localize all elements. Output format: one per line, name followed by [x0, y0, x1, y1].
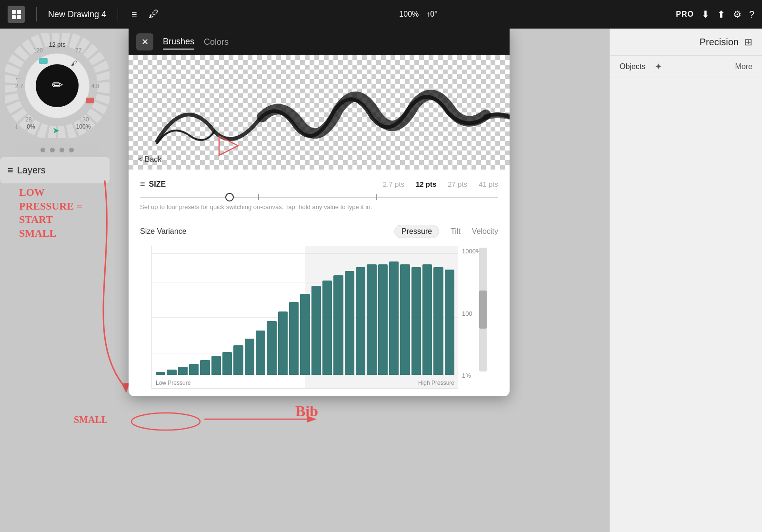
- divider2: [118, 7, 118, 21]
- right-panel-header: Precision ⊞: [610, 29, 762, 56]
- chart-bar-10: [267, 321, 276, 375]
- chart-bar-21: [389, 261, 399, 375]
- brush-panel: ✕ Brushes Colors < Back ≡ SIZE: [129, 29, 510, 396]
- chart-bar-12: [289, 302, 299, 375]
- svg-text:4.8: 4.8: [91, 83, 100, 90]
- layers-header: ≡ Layers: [6, 161, 104, 180]
- top-bar-left: New Drawing 4 ≡ 🖊: [8, 6, 161, 23]
- chart-bar-1: [167, 370, 176, 375]
- right-panel-tabs: Objects ✦ More: [610, 56, 762, 78]
- chart-bar-20: [378, 264, 388, 375]
- size-preset-1[interactable]: 2.7 pts: [383, 180, 404, 188]
- chart-container: Low Pressure High Pressure 1000% 100 1%: [151, 246, 487, 389]
- size-hint: Set up to four presets for quick switchi…: [140, 203, 498, 211]
- chart-bar-24: [422, 264, 432, 375]
- top-bar-center: 100% ↑0°: [161, 10, 676, 19]
- brush-icon[interactable]: 🖊: [147, 6, 161, 22]
- chart-area: Low Pressure High Pressure: [151, 246, 458, 389]
- x-label-high: High Pressure: [418, 380, 454, 386]
- variance-tabs: Pressure Tilt Velocity: [394, 225, 498, 238]
- svg-text:30: 30: [82, 116, 89, 123]
- chart-bar-18: [356, 267, 365, 375]
- chart-bar-8: [245, 339, 254, 375]
- objects-tab[interactable]: Objects: [620, 62, 645, 71]
- settings-icon[interactable]: ⚙: [733, 9, 742, 20]
- chart-right-axis: 1000% 100 1%: [458, 246, 487, 389]
- tilt-tab[interactable]: Tilt: [451, 227, 461, 236]
- svg-text:🖌: 🖌: [70, 60, 77, 67]
- divider: [36, 7, 37, 21]
- chart-bar-16: [333, 275, 343, 375]
- brushes-tab[interactable]: Brushes: [163, 35, 194, 50]
- colors-tab[interactable]: Colors: [204, 37, 229, 47]
- svg-text:120: 120: [33, 47, 43, 54]
- chart-bar-6: [222, 352, 232, 375]
- chart-bar-9: [256, 331, 265, 375]
- svg-text:2.7: 2.7: [15, 83, 23, 90]
- size-preset-2[interactable]: 12 pts: [416, 180, 436, 188]
- pro-badge: PRO: [676, 10, 694, 19]
- zoom-level[interactable]: 100%: [399, 10, 419, 19]
- velocity-tab[interactable]: Velocity: [472, 227, 498, 236]
- help-icon[interactable]: ?: [749, 9, 754, 20]
- x-label-low: Low Pressure: [156, 380, 190, 386]
- download-icon[interactable]: ⬇: [702, 9, 710, 20]
- svg-text:↓: ↓: [14, 122, 18, 130]
- more-button[interactable]: More: [735, 62, 752, 71]
- size-preset-4[interactable]: 41 pts: [479, 180, 498, 188]
- pressure-tab[interactable]: Pressure: [394, 225, 439, 238]
- size-preset-3[interactable]: 27 pts: [448, 180, 467, 188]
- size-slider-thumb[interactable]: [225, 193, 234, 201]
- chart-x-labels: Low Pressure High Pressure: [156, 380, 454, 386]
- svg-text:0%: 0%: [27, 123, 35, 130]
- small-annotation: SMALL: [74, 414, 108, 425]
- svg-text:72: 72: [75, 47, 82, 54]
- svg-text:➤: ➤: [52, 126, 60, 135]
- top-bar-right: PRO ⬇ ⬆ ⚙ ?: [676, 9, 754, 20]
- upload-icon[interactable]: ⬆: [717, 9, 725, 20]
- brush-panel-header: ✕ Brushes Colors: [129, 29, 510, 55]
- size-slider-track: [140, 197, 498, 198]
- variance-header: Size Variance Pressure Tilt Velocity: [140, 225, 498, 238]
- brush-stroke: [129, 55, 510, 170]
- low-pressure-circle: [128, 407, 204, 431]
- size-slider[interactable]: [140, 197, 498, 198]
- svg-point-21: [131, 413, 200, 430]
- back-button[interactable]: < Back: [138, 155, 161, 164]
- chart-bar-5: [211, 356, 221, 375]
- svg-rect-11: [39, 58, 48, 64]
- top-bar: New Drawing 4 ≡ 🖊 100% ↑0° PRO ⬇ ⬆ ⚙ ?: [0, 0, 762, 29]
- close-button[interactable]: ✕: [136, 33, 153, 50]
- bib-annotation: Bib: [295, 402, 318, 420]
- rotation-level: ↑0°: [426, 10, 437, 19]
- chart-slider[interactable]: [479, 248, 487, 371]
- chart-slider-handle[interactable]: [479, 291, 487, 329]
- size-section: ≡ SIZE 2.7 pts 12 pts 27 pts 41 pts Set …: [129, 170, 510, 223]
- chart-bar-13: [300, 294, 310, 375]
- red-arrow-2: [200, 407, 324, 431]
- right-panel: Precision ⊞ Objects ✦ More: [610, 29, 762, 532]
- chart-bars: [152, 246, 458, 375]
- app-title: New Drawing 4: [48, 10, 106, 20]
- variance-section: Size Variance Pressure Tilt Velocity: [129, 223, 510, 389]
- chart-bar-11: [278, 311, 288, 375]
- y-label-bot: 1%: [462, 372, 487, 379]
- chart-bar-22: [400, 264, 410, 375]
- chart-bar-25: [433, 267, 443, 375]
- size-header: ≡ SIZE 2.7 pts 12 pts 27 pts 41 pts: [140, 179, 498, 189]
- low-pressure-annotation: LOW PRESSURE = START SMALL: [19, 186, 82, 240]
- grid-menu-icon[interactable]: ⊞: [744, 36, 752, 48]
- brush-preview: < Back: [129, 55, 510, 170]
- chart-bar-19: [367, 264, 376, 375]
- chart-bar-3: [189, 364, 199, 375]
- wand-icon[interactable]: ✦: [655, 61, 662, 72]
- svg-marker-20: [219, 136, 238, 155]
- svg-text:100%: 100%: [76, 123, 91, 130]
- grid-icon[interactable]: [8, 6, 25, 23]
- chart-bar-17: [345, 271, 354, 375]
- chart-bar-26: [445, 270, 454, 375]
- svg-text:✏: ✏: [52, 78, 63, 92]
- chart-bar-14: [311, 286, 321, 375]
- chart-bar-23: [411, 267, 421, 375]
- menu-icon[interactable]: ≡: [130, 7, 139, 22]
